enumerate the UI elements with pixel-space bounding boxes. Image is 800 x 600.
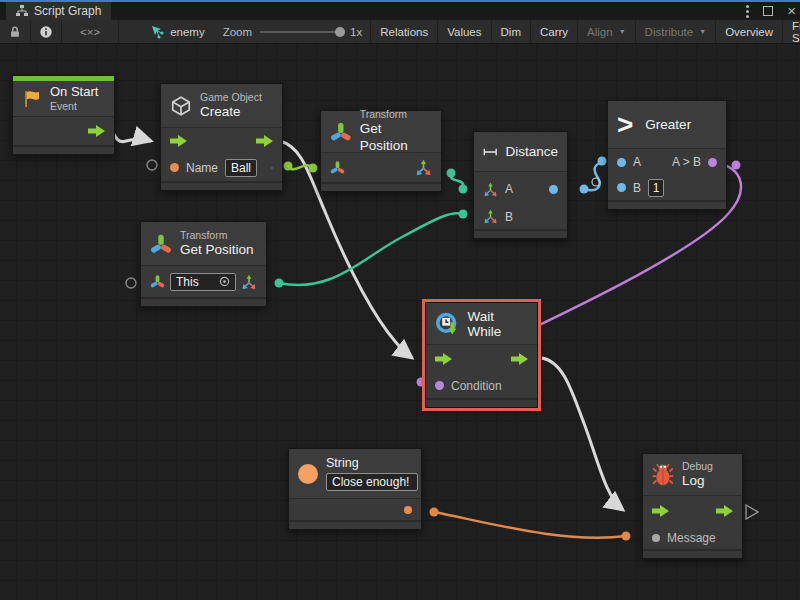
- zoom-value: 1x: [350, 26, 362, 38]
- node-title: Get Position: [360, 121, 432, 155]
- node-title: Greater: [645, 117, 691, 132]
- exec-output-port[interactable]: [256, 135, 273, 147]
- node-footer: [643, 550, 742, 558]
- vector-a-input-port[interactable]: [483, 182, 498, 197]
- code-view-button[interactable]: <×>: [62, 20, 119, 43]
- node-title: Create: [200, 104, 262, 121]
- transform-icon: [150, 233, 172, 255]
- zoom-slider[interactable]: [260, 31, 342, 33]
- tab-title: Script Graph: [34, 4, 101, 18]
- string-type-icon: [298, 464, 318, 484]
- node-get-position-2[interactable]: Transform Get Position This: [140, 221, 267, 307]
- maximize-icon[interactable]: [763, 6, 773, 16]
- vector-b-input-port[interactable]: [483, 209, 498, 224]
- cube-icon: [170, 95, 192, 117]
- full-screen-button[interactable]: Full Screen: [783, 20, 800, 43]
- info-button[interactable]: [31, 20, 62, 43]
- node-title: On Start: [50, 84, 98, 100]
- node-footer: [426, 399, 537, 407]
- node-title: Wait While: [468, 309, 528, 339]
- string-value-field[interactable]: Close enough!: [326, 473, 418, 491]
- node-subtitle: Transform: [360, 108, 432, 121]
- tab-script-graph[interactable]: Script Graph: [6, 2, 111, 20]
- transform-icon: [330, 121, 352, 143]
- message-input-port[interactable]: [652, 534, 660, 542]
- b-value-field[interactable]: 1: [648, 179, 664, 197]
- relations-button[interactable]: Relations: [371, 20, 438, 43]
- exec-input-port[interactable]: [435, 353, 452, 365]
- string-output-port[interactable]: [404, 506, 412, 514]
- script-graph-window: Script Graph × <×>: [0, 0, 800, 600]
- node-footer: [321, 183, 441, 191]
- distance-icon: [483, 146, 497, 158]
- dim-button[interactable]: Dim: [492, 20, 531, 43]
- flag-icon: [22, 89, 42, 109]
- window-menu-icon[interactable]: [746, 5, 749, 18]
- node-title: Log: [682, 473, 713, 490]
- node-subtitle: Event: [50, 100, 98, 113]
- graph-hierarchy-icon: [16, 5, 28, 17]
- distribute-dropdown[interactable]: Distribute▼: [636, 20, 717, 43]
- condition-input-port[interactable]: [435, 381, 444, 390]
- node-distance[interactable]: Distance A B: [473, 131, 568, 239]
- node-footer: [608, 201, 726, 209]
- carry-button[interactable]: Carry: [531, 20, 578, 43]
- zoom-slider-handle[interactable]: [335, 27, 345, 37]
- node-create-gameobject[interactable]: Game Object Create Name Ball: [160, 83, 283, 191]
- object-picker-icon[interactable]: [219, 276, 230, 287]
- lock-icon: [8, 25, 22, 39]
- bug-icon: [652, 463, 674, 487]
- name-value-field[interactable]: Ball: [225, 159, 257, 177]
- port-label: A: [505, 182, 513, 196]
- result-output-port[interactable]: [708, 158, 717, 167]
- lock-button[interactable]: [0, 20, 31, 43]
- node-debug-log[interactable]: Debug Log Message: [642, 453, 743, 559]
- node-string-literal[interactable]: String Close enough!: [288, 448, 422, 530]
- node-title: Get Position: [180, 242, 254, 259]
- exec-output-port[interactable]: [88, 125, 105, 137]
- node-subtitle: Game Object: [200, 91, 262, 104]
- align-dropdown[interactable]: Align▼: [578, 20, 636, 43]
- port-label: B: [505, 210, 513, 224]
- zoom-label: Zoom: [223, 26, 252, 38]
- node-footer: [474, 230, 567, 238]
- wait-clock-icon: [435, 311, 460, 337]
- node-footer: [161, 182, 282, 190]
- a-input-port[interactable]: [617, 158, 626, 167]
- node-footer: [141, 298, 266, 306]
- result-label: A > B: [672, 155, 701, 169]
- node-greater[interactable]: > Greater A A > B B 1: [607, 100, 727, 210]
- transform-input-port[interactable]: [330, 160, 345, 175]
- target-value-field[interactable]: This: [170, 273, 236, 291]
- code-view-icon: <×>: [80, 26, 100, 38]
- node-get-position-1[interactable]: Transform Get Position: [320, 110, 442, 192]
- name-input-port[interactable]: [170, 163, 179, 172]
- node-wait-while[interactable]: Wait While Condition: [425, 302, 538, 408]
- greater-icon: >: [617, 111, 633, 139]
- node-subtitle: Debug: [682, 460, 713, 473]
- port-label: Name: [186, 161, 218, 175]
- node-footer: [289, 521, 421, 529]
- graph-owner-button[interactable]: enemy: [141, 20, 215, 43]
- exec-output-port[interactable]: [511, 353, 528, 365]
- position-output-port[interactable]: [415, 159, 432, 176]
- focus-indicator-line: [0, 0, 800, 2]
- chevron-down-icon: ▼: [619, 28, 626, 35]
- exec-input-port[interactable]: [170, 135, 187, 147]
- distance-output-port[interactable]: [549, 185, 558, 194]
- node-on-start[interactable]: On Start Event: [12, 75, 115, 155]
- zoom-control: Zoom 1x: [215, 20, 371, 43]
- b-input-port[interactable]: [617, 183, 626, 192]
- port-label: A: [633, 155, 641, 169]
- transform-input-port[interactable]: [150, 274, 165, 289]
- position-output-port[interactable]: [241, 274, 257, 290]
- overview-button[interactable]: Overview: [716, 20, 783, 43]
- values-button[interactable]: Values: [438, 20, 491, 43]
- exec-output-port[interactable]: [716, 505, 733, 517]
- close-icon[interactable]: ×: [787, 6, 796, 16]
- port-label: Message: [667, 531, 716, 545]
- port-label: B: [633, 181, 641, 195]
- exec-input-port[interactable]: [652, 505, 669, 517]
- window-tab-bar: Script Graph ×: [0, 0, 800, 20]
- gameobject-output-port[interactable]: [271, 160, 273, 176]
